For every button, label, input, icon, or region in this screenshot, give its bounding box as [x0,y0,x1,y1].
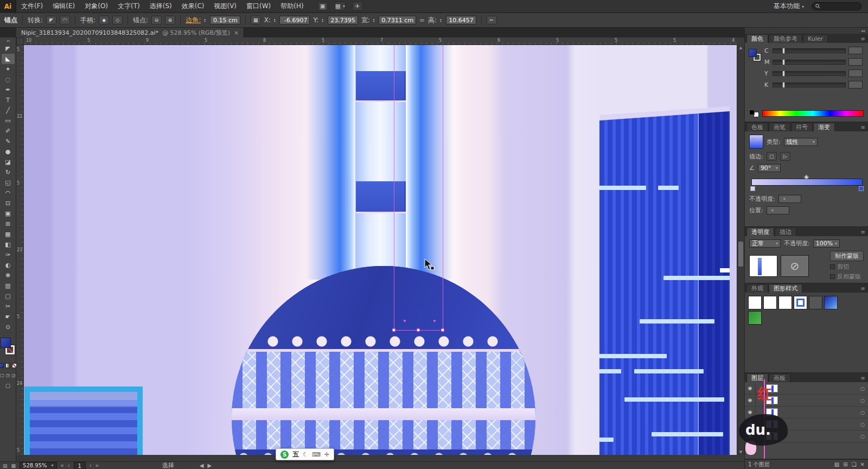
fill-stroke-control[interactable] [1,338,15,358]
y-stepper[interactable] [322,18,323,22]
remove-anchor-icon[interactable]: ⊖ [151,16,162,24]
tab-appearance[interactable]: 外观 [746,284,768,293]
make-mask-button[interactable]: 制作蒙版 [830,251,864,261]
layer-target-icon[interactable]: ○ [857,386,868,391]
selection-tool[interactable]: ◤ [2,43,15,54]
add-anchor-icon[interactable]: ⊕ [165,16,175,24]
column-graph-tool[interactable]: ▥ [2,281,15,291]
toolbar-collapse-icon[interactable]: ◂◂ [6,38,9,43]
tab-color[interactable]: 颜色 [746,34,768,43]
graphic-style-thumb[interactable] [748,296,762,309]
graphic-style-thumb[interactable] [794,296,807,309]
panel-menu-icon[interactable]: ≡ [861,229,865,235]
color-button[interactable]: ■ [0,363,4,368]
canvas[interactable] [24,45,737,455]
layer-target-icon[interactable]: ○ [857,422,868,427]
gradient-stop-left[interactable] [750,186,755,191]
tab-layers[interactable]: 图层 [746,373,768,382]
artboard-number-field[interactable]: 1 [74,462,86,469]
width-stepper[interactable] [373,18,375,22]
rectangle-tool[interactable]: ▭ [2,116,15,126]
black-white-swatches[interactable] [749,110,759,117]
lasso-tool[interactable]: ◌ [2,74,15,85]
black-slider[interactable] [773,83,846,87]
blend-tool[interactable]: ◐ [2,260,15,270]
zoom-level-field[interactable]: 528.95% [20,462,57,469]
menu-item[interactable]: 效果(C) [177,0,209,12]
gradient-angle-select[interactable]: 90° [758,164,781,172]
vertical-ruler[interactable]: 5225235245 [16,45,24,455]
dock-collapse-icon[interactable]: ◂◂ [861,29,865,33]
slice-tool[interactable]: ✂ [2,301,15,312]
screen-mode-icon[interactable]: ▢ [5,383,10,389]
status-prev-icon[interactable]: ◀ [200,462,204,468]
panel-menu-icon[interactable]: ≡ [861,286,865,291]
tab-brushes[interactable]: 画笔 [769,123,790,131]
perspective-grid-tool[interactable]: ⊞ [2,219,15,229]
slider-knob[interactable] [782,82,785,88]
cyan-slider[interactable] [773,48,846,53]
toolbox-icon[interactable]: ✛ [324,451,329,458]
blob-brush-tool[interactable]: ● [2,147,15,157]
menu-item[interactable]: 窗口(W) [241,0,276,12]
eraser-tool[interactable]: ◪ [2,157,15,167]
tab-color-guide[interactable]: 颜色参考 [769,34,802,43]
menu-item[interactable]: 帮助(H) [276,0,308,12]
ime-bar[interactable]: S 五 ☾ ⌨ ✛ [276,448,334,460]
panel-menu-icon[interactable]: ≡ [861,375,865,381]
layer-target-icon[interactable]: ○ [857,398,868,403]
slider-knob[interactable] [782,71,785,77]
ruler-corner[interactable] [16,37,24,45]
workspace-switcher[interactable]: 基本功能 [774,2,804,11]
arrange-documents-icon[interactable]: ▦ [335,2,346,11]
layer-target-icon[interactable]: ○ [857,410,868,415]
draw-behind-icon[interactable]: ◳ [6,373,10,378]
close-tab-icon[interactable]: × [234,29,239,36]
scale-tool[interactable]: ◱ [2,178,15,188]
anchor-point[interactable] [433,320,436,322]
isolate-icon[interactable]: ✂ [487,16,497,24]
artboard-tool[interactable]: ▢ [2,291,15,301]
fill-swatch[interactable] [1,338,10,347]
rotate-tool[interactable]: ↻ [2,167,15,178]
anchor-point[interactable] [404,320,406,322]
pen-tool[interactable]: ✒ [2,85,15,95]
next-artboard-icon[interactable]: › [90,462,92,468]
gradient-stop-right[interactable] [859,186,864,191]
x-stepper[interactable] [274,18,276,22]
search-box[interactable] [812,2,861,10]
object-thumbnail[interactable] [749,255,777,277]
visibility-icon[interactable]: ◉ [745,395,756,406]
corner-stepper[interactable] [204,18,206,22]
app-logo[interactable]: Ai [0,0,16,13]
pencil-tool[interactable]: ✎ [2,136,15,147]
document-icon[interactable]: ▣ [317,2,328,11]
menu-item[interactable]: 编辑(E) [48,0,80,12]
panel-menu-icon[interactable]: ≡ [861,36,865,42]
selection-handle[interactable] [441,328,444,332]
sogou-logo-icon[interactable]: S [280,451,289,459]
width-value-field[interactable]: 0.7311 cm [379,16,416,24]
graphic-style-thumb[interactable] [824,296,838,309]
search-input[interactable] [822,3,858,9]
menu-item[interactable]: 视图(V) [209,0,241,12]
stroke-gradient-icon-2[interactable]: ▷ [780,152,790,161]
opacity-select[interactable]: 100% [813,239,840,248]
black-value-field[interactable] [848,81,863,88]
gradient-button[interactable]: ◧ [5,363,10,368]
draw-inside-icon[interactable]: ◲ [11,373,16,378]
slider-knob[interactable] [782,48,785,54]
y-value-field[interactable]: 23.7395 [328,16,358,24]
reference-point-icon[interactable]: ▦ [251,16,261,24]
menu-item[interactable]: 文件(F) [16,0,48,12]
panel-fill-stroke[interactable] [749,49,762,62]
ime-mode-label[interactable]: 五 [292,450,299,459]
layer-target-icon[interactable]: ○ [857,434,868,439]
scroll-down-icon[interactable]: ▼ [737,449,744,455]
vertical-scrollbar[interactable]: ▲ ▼ [737,45,744,455]
tab-stroke[interactable]: 描边 [775,227,796,236]
tab-kuler[interactable]: Kuler [803,34,828,43]
gradient-swatch[interactable] [749,135,763,149]
hide-handles-icon[interactable]: ◇ [112,16,123,24]
invert-mask-checkbox[interactable]: 反相蒙版 [830,272,861,281]
